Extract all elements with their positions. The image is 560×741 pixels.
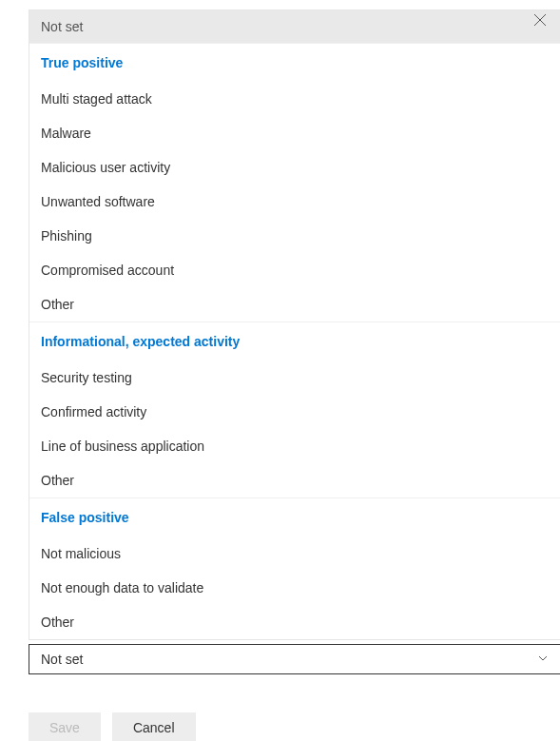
save-button: Save [29, 712, 101, 741]
list-item[interactable]: Phishing [29, 219, 560, 253]
close-icon [533, 13, 547, 29]
list-item[interactable]: Other [29, 605, 560, 639]
list-item[interactable]: Compromised account [29, 253, 560, 287]
list-item[interactable]: Other [29, 463, 560, 497]
section-false-positive: False positive Not malicious Not enough … [29, 497, 560, 639]
section-true-positive: True positive Multi staged attack Malwar… [29, 43, 560, 322]
list-item[interactable]: Security testing [29, 361, 560, 395]
list-item[interactable]: Confirmed activity [29, 395, 560, 429]
section-header: True positive [29, 43, 560, 82]
chevron-down-icon [537, 652, 549, 667]
list-item[interactable]: Other [29, 287, 560, 322]
list-item[interactable]: Multi staged attack [29, 82, 560, 116]
list-item[interactable]: Malicious user activity [29, 150, 560, 185]
list-item[interactable]: Not malicious [29, 536, 560, 571]
panel-header: Not set [29, 10, 560, 43]
list-item[interactable]: Malware [29, 116, 560, 150]
list-item[interactable]: Unwanted software [29, 185, 560, 219]
button-row: Save Cancel [29, 712, 560, 741]
list-item[interactable]: Not enough data to validate [29, 571, 560, 605]
classification-dropdown[interactable]: Not set [29, 644, 560, 674]
close-button[interactable] [533, 13, 552, 32]
section-header: Informational, expected activity [29, 322, 560, 361]
list-item[interactable]: Line of business application [29, 429, 560, 463]
section-header: False positive [29, 497, 560, 536]
classification-panel: Not set True positive Multi staged attac… [29, 10, 560, 640]
panel-header-text: Not set [41, 19, 83, 34]
cancel-button[interactable]: Cancel [112, 712, 196, 741]
section-informational: Informational, expected activity Securit… [29, 322, 560, 497]
dropdown-selected-text: Not set [41, 652, 83, 667]
